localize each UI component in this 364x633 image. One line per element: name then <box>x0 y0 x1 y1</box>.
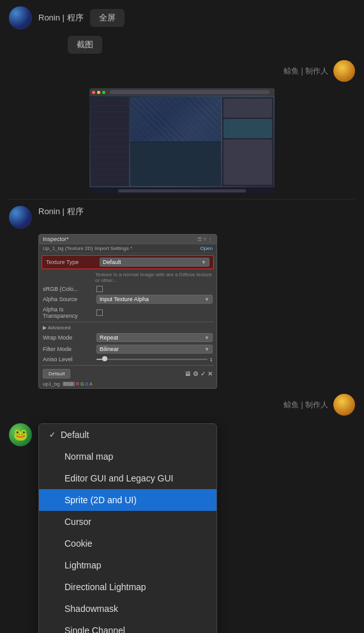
checkmark-icon: ✓ <box>201 370 206 377</box>
srgb-label: sRGB (Colo... <box>43 286 94 292</box>
avatar-ronin-2 <box>9 206 32 229</box>
aniso-value: 1 <box>210 357 213 363</box>
ss-sidebar <box>91 97 129 186</box>
insp-open: Open <box>200 246 213 251</box>
filter-mode-label: Filter Mode <box>43 346 94 352</box>
texture-dropdown-arrow: ▼ <box>201 260 206 265</box>
menu-item-sprite[interactable]: Sprite (2D and UI) <box>39 489 216 511</box>
message-section: Ronin | 程序 Inspector* ☰ ? ⋮ Up_1_bg (Tex… <box>0 199 364 391</box>
srgb-row: sRGB (Colo... <box>39 285 216 293</box>
fullscreen-button[interactable]: 全屏 <box>90 9 125 27</box>
aniso-label: Aniso Level <box>43 356 94 363</box>
minimize-dot <box>97 91 100 94</box>
menu-label-directional: Directional Lightmap <box>64 582 146 592</box>
menu-label-cursor: Cursor <box>64 517 91 527</box>
menu-item-editorgui[interactable]: Editor GUI and Legacy GUI <box>39 467 216 489</box>
insp-path-label: Up_1_bg (Texture 2D) Import Settings * <box>43 246 132 251</box>
menu-label-lightmap: Lightmap <box>64 560 102 570</box>
alpha-source-label: Alpha Source <box>43 296 94 302</box>
ss-main <box>130 97 221 186</box>
insp-filename-row: up1_bg RGB R G B A <box>39 380 216 388</box>
username-top: Ronin | 程序 <box>38 12 84 24</box>
menu-label-editorgui: Editor GUI and Legacy GUI <box>64 473 173 483</box>
frog-avatar: 🐸 <box>9 423 32 446</box>
menubar <box>89 88 275 96</box>
alpha-transparency-row: Alpha Is Transparency <box>39 305 216 320</box>
insp-advanced: ▶ Advanced <box>39 324 216 332</box>
menu-label-normalmap: Normal map <box>64 451 113 462</box>
menu-label-cookie: Cookie <box>64 538 93 549</box>
texture-type-row: Texture Type Default ▼ <box>42 255 214 269</box>
check-icon-default: ✓ <box>49 430 56 439</box>
fish-credit-1: 鲸鱼 | 制作人 <box>0 56 364 86</box>
menu-label-singlechannel: Single Channel <box>64 625 125 633</box>
texture-type-label: Texture Type <box>46 259 97 265</box>
wrap-mode-value: Repeat ▼ <box>96 333 213 342</box>
insp-path: Up_1_bg (Texture 2D) Import Settings * O… <box>39 244 216 253</box>
dropdown-menu: ✓ Default Normal map Editor GUI and Lega… <box>38 423 217 633</box>
insp-title: Inspector* <box>43 236 69 242</box>
inspector-container: Inspector* ☰ ? ⋮ Up_1_bg (Texture 2D) Im… <box>38 234 217 389</box>
top-bar: Ronin | 程序 全屏 <box>0 0 364 36</box>
unity-screenshot <box>89 88 275 194</box>
insp-note: Texture Is a normal Image with are a Dif… <box>39 271 216 285</box>
menu-item-singlechannel[interactable]: Single Channel <box>39 620 216 633</box>
close-dot <box>92 91 95 94</box>
menu-item-normalmap[interactable]: Normal map <box>39 446 216 467</box>
message-header: Ronin | 程序 <box>0 199 364 231</box>
x-icon: ✕ <box>208 370 213 377</box>
wrap-mode-label: Wrap Mode <box>43 334 94 341</box>
default-btn: Default <box>43 369 70 379</box>
alpha-source-row: Alpha Source Input Texture Alpha ▼ <box>39 293 216 305</box>
menu-label-default: Default <box>61 430 89 440</box>
fish-credit-label-2: 鲸鱼 | 制作人 <box>284 400 328 410</box>
insp-titlebar: Inspector* ☰ ? ⋮ <box>39 235 216 244</box>
filename-label: up1_bg <box>43 381 60 387</box>
insp-icons: ☰ ? ⋮ <box>197 237 213 242</box>
menu-item-default[interactable]: ✓ Default <box>39 424 216 446</box>
inspector-img: Inspector* ☰ ? ⋮ Up_1_bg (Texture 2D) Im… <box>38 234 217 389</box>
menu-label-shadowmask: Shadowmask <box>64 604 118 614</box>
fish-credit-2: 鲸鱼 | 制作人 <box>0 391 364 419</box>
alpha-source-value: Input Texture Alpha ▼ <box>96 295 213 304</box>
settings-icon: ⚙ <box>193 370 199 377</box>
color-channels: RGB R G B A <box>63 382 93 386</box>
screenshot-container-1 <box>0 86 364 199</box>
menu-item-cursor[interactable]: Cursor <box>39 511 216 533</box>
filter-mode-value: Bilinear ▼ <box>96 345 213 354</box>
insp-bottom: Default 🖥 ⚙ ✓ ✕ <box>39 367 216 380</box>
ss-right <box>222 97 273 186</box>
menu-item-lightmap[interactable]: Lightmap <box>39 554 216 576</box>
username-ronin-2: Ronin | 程序 <box>38 206 84 217</box>
avatar-user1 <box>9 6 32 29</box>
monitor-icon: 🖥 <box>185 370 191 377</box>
aniso-row: Aniso Level 1 <box>39 355 216 364</box>
menu-item-directional[interactable]: Directional Lightmap <box>39 576 216 598</box>
fish-avatar-1 <box>333 60 355 82</box>
wrap-mode-row: Wrap Mode Repeat ▼ <box>39 332 216 343</box>
filter-mode-row: Filter Mode Bilinear ▼ <box>39 343 216 355</box>
texture-type-value: Default ▼ <box>100 258 209 267</box>
menu-item-shadowmask[interactable]: Shadowmask <box>39 598 216 620</box>
fish-avatar-2 <box>333 394 355 416</box>
alpha-transparency-label: Alpha Is Transparency <box>43 306 94 319</box>
fish-credit-label-1: 鲸鱼 | 制作人 <box>284 66 328 77</box>
screenshot-button[interactable]: 截图 <box>68 36 102 54</box>
insp-bottom-icons: 🖥 ⚙ ✓ ✕ <box>185 370 213 377</box>
srgb-checkbox <box>96 286 103 292</box>
maximize-dot <box>102 91 105 94</box>
menu-item-cookie[interactable]: Cookie <box>39 533 216 554</box>
menu-label-sprite: Sprite (2D and UI) <box>64 495 137 505</box>
alpha-transparency-checkbox <box>96 309 103 316</box>
